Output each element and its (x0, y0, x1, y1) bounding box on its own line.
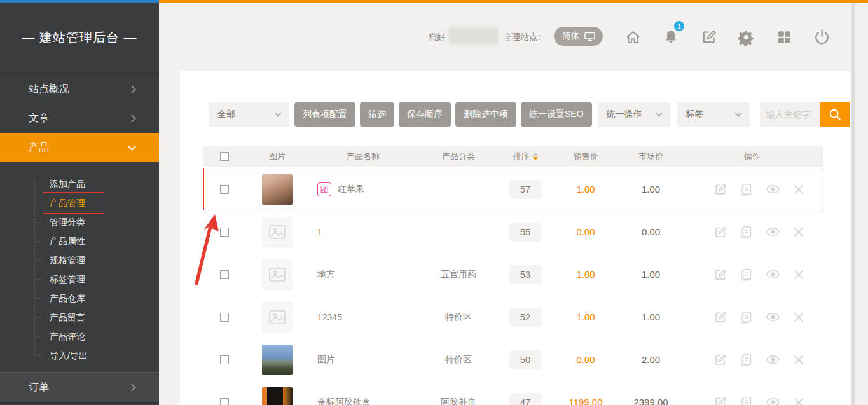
sort-toggle-icon[interactable] (533, 153, 538, 160)
preview-eye-icon[interactable] (766, 224, 780, 239)
product-category: 特价区 (417, 354, 500, 366)
product-category: 特价区 (417, 312, 500, 323)
product-category: 五官用药 (417, 269, 500, 280)
redacted-username (450, 29, 497, 43)
delete-x-icon[interactable] (792, 311, 805, 324)
sidebar-subitem[interactable]: 产品留言 (0, 308, 159, 327)
sale-price: 0.00 (551, 354, 621, 365)
preview-eye-icon[interactable] (766, 182, 780, 196)
sort-value[interactable]: 55 (509, 223, 541, 242)
redaction-overlay (498, 27, 507, 44)
edit-icon[interactable] (713, 310, 727, 324)
edit-icon[interactable] (713, 225, 727, 239)
edit-icon[interactable] (713, 395, 727, 405)
preview-eye-icon[interactable] (766, 310, 780, 324)
edit-icon[interactable] (699, 27, 719, 46)
table-row: 图片 特价区 50 0.00 2.00 (203, 338, 823, 381)
delete-x-icon[interactable] (792, 354, 805, 366)
col-header-image: 图片 (245, 151, 309, 162)
sidebar-item-site-overview[interactable]: 站点概况 (0, 74, 159, 104)
delete-x-icon[interactable] (792, 268, 805, 281)
delete-x-icon[interactable] (792, 396, 805, 405)
filter-all-select[interactable]: 全部 (209, 102, 289, 127)
row-checkbox[interactable] (220, 398, 229, 405)
search-input[interactable] (760, 102, 820, 127)
chevron-down-icon (128, 142, 136, 151)
sidebar-item-products[interactable]: 产品 (0, 133, 159, 162)
monitor-icon (584, 32, 595, 41)
preview-eye-icon[interactable] (766, 267, 780, 282)
sidebar-item-label: 产品 (29, 141, 49, 154)
delete-x-icon[interactable] (792, 183, 805, 196)
table-row: 1 55 0.00 0.00 (203, 210, 823, 253)
sidebar-subitem[interactable]: 标签管理 (0, 270, 159, 289)
search-box (760, 102, 850, 127)
toolbar-button[interactable]: 删除选中项 (455, 102, 516, 127)
toolbar: 全部 列表项配置筛选保存顺序删除选中项统一设置SEO 统一操作 标签 (209, 102, 850, 127)
group-buy-badge: 团 (317, 182, 331, 196)
product-image (262, 174, 293, 205)
gear-icon[interactable] (736, 27, 755, 46)
batch-operation-select[interactable]: 统一操作 (598, 102, 670, 127)
select-all-checkbox[interactable] (220, 152, 229, 161)
copy-icon[interactable] (740, 310, 754, 324)
sort-value[interactable]: 50 (509, 350, 541, 369)
delete-x-icon[interactable] (792, 226, 805, 238)
edit-icon[interactable] (713, 182, 727, 196)
language-label: 简体 (562, 31, 580, 42)
product-image (262, 345, 293, 375)
product-image (262, 302, 293, 333)
table-row: 团 红苹果 57 1.00 1.00 (203, 168, 823, 210)
sort-value[interactable]: 47 (509, 393, 541, 405)
vertical-scrollbar[interactable] (851, 0, 855, 405)
toolbar-button[interactable]: 筛选 (360, 102, 394, 127)
sidebar-subitem[interactable]: 导入/导出 (0, 346, 159, 365)
toolbar-button[interactable]: 列表项配置 (294, 102, 355, 127)
row-checkbox[interactable] (220, 313, 229, 322)
toolbar-button[interactable]: 统一设置SEO (521, 102, 592, 127)
sidebar-subitem[interactable]: 管理分类 (0, 212, 159, 231)
sidebar-subitem[interactable]: 产品属性 (0, 231, 159, 251)
copy-icon[interactable] (740, 225, 754, 239)
tag-select[interactable]: 标签 (677, 102, 750, 127)
copy-icon[interactable] (740, 353, 754, 367)
sidebar-item-label: 订单 (29, 381, 49, 394)
toolbar-button[interactable]: 保存顺序 (399, 102, 451, 127)
row-checkbox[interactable] (220, 185, 229, 194)
preview-eye-icon[interactable] (766, 352, 780, 367)
table-row: 12345 特价区 52 1.00 1.00 (203, 296, 823, 338)
sort-value[interactable]: 57 (509, 180, 541, 199)
sidebar-item-articles[interactable]: 文章 (0, 104, 159, 133)
edit-icon[interactable] (713, 268, 727, 282)
copy-icon[interactable] (740, 395, 754, 405)
row-checkbox[interactable] (220, 355, 229, 364)
sidebar-item-orders[interactable]: 订单 (0, 372, 159, 403)
magnifier-icon (828, 107, 842, 121)
sidebar-subitem[interactable]: 产品评论 (0, 327, 159, 346)
copy-icon[interactable] (740, 182, 754, 196)
search-button[interactable] (820, 102, 850, 127)
preview-eye-icon[interactable] (766, 395, 780, 405)
product-name: 金标阿胶铁盒 (317, 397, 371, 405)
chevron-right-icon (128, 85, 136, 93)
sidebar-subitem[interactable]: 添加产品 (0, 174, 159, 193)
home-icon[interactable] (623, 27, 642, 46)
col-header-actions: 操作 (681, 151, 823, 162)
sort-value[interactable]: 52 (509, 308, 541, 327)
copy-icon[interactable] (740, 268, 754, 282)
apps-grid-icon[interactable] (775, 27, 794, 46)
sidebar-item-label: 站点概况 (29, 83, 69, 96)
greeting-text: 您好 (428, 32, 446, 43)
power-icon[interactable] (812, 27, 831, 46)
chevron-right-icon (128, 114, 136, 123)
sale-price: 1.00 (551, 184, 621, 195)
sort-value[interactable]: 53 (509, 265, 541, 284)
table-row: 金标阿胶铁盒 阿胶补血 47 1199.00 2399.00 (203, 381, 823, 405)
language-toggle-button[interactable]: 简体 (554, 27, 603, 46)
table-row: 地方 五官用药 53 1.00 1.00 (203, 253, 823, 296)
chevron-down-icon (274, 109, 281, 116)
sidebar-subitem[interactable]: 规格管理 (0, 251, 159, 270)
edit-icon[interactable] (713, 353, 727, 367)
sidebar-subitem[interactable]: 产品仓库 (0, 289, 159, 308)
product-image (262, 217, 293, 247)
